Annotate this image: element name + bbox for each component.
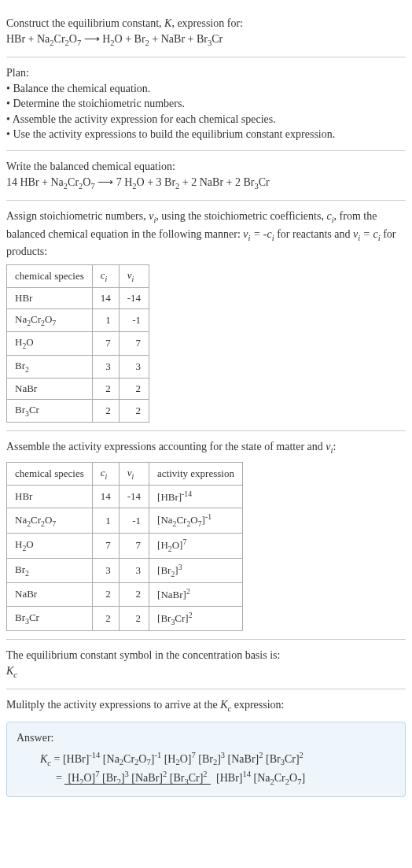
plan-bullet-2: • Determine the stoichiometric numbers. <box>6 96 406 112</box>
plan-section: Plan: • Balance the chemical equation. •… <box>6 57 406 151</box>
fraction-denominator: [HBr]14 [Na2Cr2O7] <box>213 772 308 784</box>
table-header-row: chemical species ci νi <box>7 264 149 287</box>
cell-c: 14 <box>92 287 119 308</box>
cell-expr: [H2O]7 <box>149 534 243 559</box>
intro-text-b: , expression for: <box>171 17 243 29</box>
ci-symbol: ci <box>326 210 333 222</box>
cell-v: 2 <box>119 606 149 631</box>
multiply-text-a: Mulitply the activity expressions to arr… <box>6 699 220 711</box>
col-ci: ci <box>92 462 119 485</box>
k-symbol: K <box>164 17 171 29</box>
cell-v: 2 <box>119 583 149 607</box>
rel2: νi = ci <box>353 228 381 240</box>
intro-line: Construct the equilibrium constant, K, e… <box>6 16 406 31</box>
col-nu: νi <box>119 264 149 287</box>
table-row: NaBr22[NaBr]2 <box>7 583 243 607</box>
cell-v: -1 <box>119 508 149 534</box>
table-row: Na2Cr2O71-1[Na2Cr2O7]-1 <box>7 508 243 534</box>
cell-v: 3 <box>119 355 149 378</box>
cell-species: Br3Cr <box>7 400 93 423</box>
cell-c: 7 <box>92 332 119 355</box>
cell-species: Br2 <box>7 355 93 378</box>
answer-label: Answer: <box>17 730 395 746</box>
table-row: NaBr22 <box>7 378 149 399</box>
activity-table: chemical species ci νi activity expressi… <box>6 462 243 632</box>
cell-species: HBr <box>7 287 93 308</box>
balanced-section: Write the balanced chemical equation: 14… <box>6 151 406 201</box>
cell-species: Na2Cr2O7 <box>7 508 93 534</box>
plan-heading: Plan: <box>6 65 406 81</box>
stoich-intro: Assign stoichiometric numbers, νi, using… <box>6 209 406 260</box>
cell-c: 7 <box>92 534 119 559</box>
answer-box: Answer: Kc = [HBr]-14 [Na2Cr2O7]-1 [H2O]… <box>6 722 406 797</box>
cell-c: 1 <box>92 508 119 534</box>
cell-expr: [Br3Cr]2 <box>149 606 243 631</box>
nu-symbol: νi <box>149 210 156 222</box>
col-expr: activity expression <box>149 462 243 485</box>
stoich-text-d: for reactants and <box>274 228 353 240</box>
cell-c: 2 <box>92 378 119 399</box>
rel1: νi = -ci <box>243 228 274 240</box>
cell-v: -14 <box>119 485 149 508</box>
cell-c: 1 <box>92 309 119 332</box>
plan-bullet-4: • Use the activity expressions to build … <box>6 127 406 142</box>
multiply-section: Mulitply the activity expressions to arr… <box>6 689 406 804</box>
table-row: Na2Cr2O71-1 <box>7 309 149 332</box>
activity-text-b: : <box>333 441 336 452</box>
cell-species: Na2Cr2O7 <box>7 309 93 332</box>
plan-bullet-1: • Balance the chemical equation. <box>6 81 406 97</box>
answer-eq1: Kc = [HBr]-14 [Na2Cr2O7]-1 [H2O]7 [Br2]3… <box>17 750 395 769</box>
intro-section: Construct the equilibrium constant, K, e… <box>6 8 406 57</box>
cell-species: H2O <box>7 534 93 559</box>
table-row: HBr14-14 <box>7 287 149 308</box>
plan-bullet-3: • Assemble the activity expression for e… <box>6 112 406 127</box>
multiply-text-b: expression: <box>231 699 284 711</box>
stoich-text-a: Assign stoichiometric numbers, <box>6 210 149 222</box>
fraction: [H2O]7 [Br2]3 [NaBr]2 [Br3Cr]2 [HBr]14 [… <box>64 770 308 789</box>
table-row: Br233 <box>7 355 149 378</box>
cell-v: 7 <box>119 534 149 559</box>
cell-expr: [NaBr]2 <box>149 583 243 607</box>
answer-eq2: = [H2O]7 [Br2]3 [NaBr]2 [Br3Cr]2 [HBr]14… <box>17 770 395 789</box>
table-row: Br233[Br2]3 <box>7 558 243 583</box>
table-row: H2O77[H2O]7 <box>7 534 243 559</box>
cell-species: HBr <box>7 485 93 508</box>
cell-v: 2 <box>119 378 149 399</box>
balanced-equation: 14 HBr + Na2Cr2O7 ⟶ 7 H2O + 3 Br2 + 2 Na… <box>6 175 406 192</box>
cell-v: -1 <box>119 309 149 332</box>
stoich-section: Assign stoichiometric numbers, νi, using… <box>6 201 406 431</box>
unbalanced-equation: HBr + Na2Cr2O7 ⟶ H2O + Br2 + NaBr + Br3C… <box>6 31 406 49</box>
cell-species: NaBr <box>7 583 93 607</box>
cell-v: 3 <box>119 558 149 583</box>
cell-c: 2 <box>92 583 119 607</box>
cell-species: NaBr <box>7 378 93 399</box>
stoich-table: chemical species ci νi HBr14-14 Na2Cr2O7… <box>6 264 149 423</box>
cell-c: 14 <box>92 485 119 508</box>
balanced-heading: Write the balanced chemical equation: <box>6 159 406 175</box>
cell-v: 7 <box>119 332 149 355</box>
symbol-section: The equilibrium constant symbol in the c… <box>6 640 406 689</box>
activity-text-a: Assemble the activity expressions accoun… <box>6 441 326 452</box>
col-species: chemical species <box>7 264 93 287</box>
cell-c: 2 <box>92 606 119 631</box>
cell-expr: [Br2]3 <box>149 558 243 583</box>
cell-v: -14 <box>119 287 149 308</box>
activity-section: Assemble the activity expressions accoun… <box>6 431 406 640</box>
cell-c: 3 <box>92 558 119 583</box>
cell-c: 3 <box>92 355 119 378</box>
cell-c: 2 <box>92 400 119 423</box>
cell-v: 2 <box>119 400 149 423</box>
col-nu: νi <box>119 462 149 485</box>
table-row: Br3Cr22[Br3Cr]2 <box>7 606 243 631</box>
activity-intro: Assemble the activity expressions accoun… <box>6 439 406 456</box>
table-header-row: chemical species ci νi activity expressi… <box>7 462 243 485</box>
stoich-text-b: , using the stoichiometric coefficients, <box>156 210 326 222</box>
table-row: H2O77 <box>7 332 149 355</box>
col-ci: ci <box>92 264 119 287</box>
cell-species: Br3Cr <box>7 606 93 631</box>
kc-symbol-inline: Kc <box>220 699 231 711</box>
cell-species: H2O <box>7 332 93 355</box>
cell-species: Br2 <box>7 558 93 583</box>
symbol-line: The equilibrium constant symbol in the c… <box>6 648 406 663</box>
multiply-line: Mulitply the activity expressions to arr… <box>6 697 406 715</box>
